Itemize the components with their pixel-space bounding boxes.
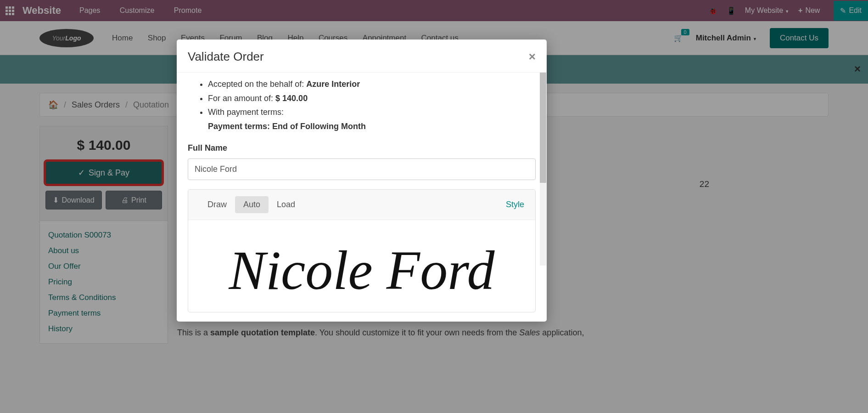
svg-text:Nicole Ford: Nicole Ford [229, 240, 495, 301]
tab-draw[interactable]: Draw [199, 196, 235, 213]
tab-load[interactable]: Load [269, 196, 303, 213]
validate-order-modal: Validate Order × ▲ ▼ Accepted on the beh… [177, 40, 547, 322]
signature-svg: Nicole Ford [215, 220, 509, 312]
order-summary-list: Accepted on the behalf of: Azure Interio… [188, 77, 536, 133]
list-item: For an amount of: $ 140.00 [208, 91, 536, 106]
list-item: Accepted on the behalf of: Azure Interio… [208, 77, 536, 91]
list-item: With payment terms:Payment terms: End of… [208, 105, 536, 133]
fullname-label: Full Name [188, 143, 536, 153]
signature-tabs: Draw Auto Load Style [188, 190, 535, 220]
signature-canvas[interactable]: Nicole Ford [188, 220, 535, 312]
tab-auto[interactable]: Auto [235, 196, 269, 213]
scroll-thumb[interactable] [540, 73, 546, 183]
fullname-input[interactable] [188, 158, 536, 180]
scrollbar[interactable]: ▲ ▼ [540, 73, 546, 266]
modal-title: Validate Order [188, 50, 264, 64]
style-link[interactable]: Style [506, 200, 524, 209]
signature-card: Draw Auto Load Style Nicole Ford [188, 189, 536, 312]
modal-close-icon[interactable]: × [529, 50, 536, 64]
